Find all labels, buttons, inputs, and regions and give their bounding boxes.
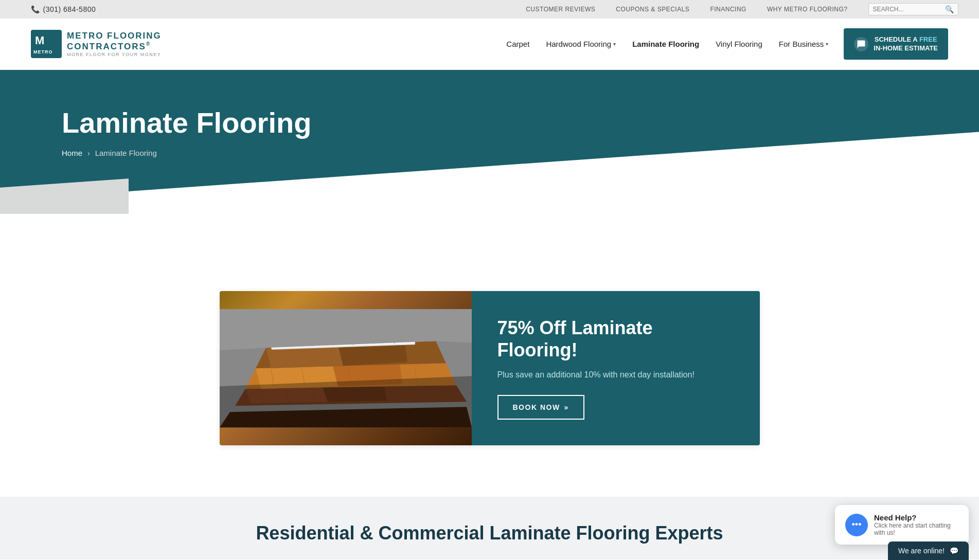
page-title: Laminate Flooring [62, 106, 979, 139]
chat-subtitle: Click here and start chatting with us! [874, 522, 958, 536]
book-now-label: BOOK NOW [513, 403, 560, 411]
svg-text:M: M [35, 34, 44, 47]
online-icon: 💬 [950, 547, 958, 555]
nav-hardwood-label: Hardwood Flooring [546, 40, 611, 48]
business-chevron-down-icon: ▾ [826, 41, 828, 47]
logo-icon: M METRO [31, 30, 62, 58]
spacer-2 [0, 466, 979, 497]
schedule-btn-text: SCHEDULE A FREE IN-HOME ESTIMATE [874, 35, 938, 53]
phone-number[interactable]: (301) 684-5800 [43, 5, 96, 13]
spacer [0, 214, 979, 260]
search-box[interactable]: 🔍 [868, 3, 959, 15]
promo-text-area: 75% Off Laminate Flooring! Plus save an … [472, 291, 760, 445]
schedule-chat-icon [854, 37, 868, 51]
breadcrumb-home[interactable]: Home [62, 149, 82, 157]
grey-accent-decoration [0, 178, 129, 214]
financing-link[interactable]: FINANCING [710, 6, 746, 13]
coupons-specials-link[interactable]: COUPONS & SPECIALS [616, 6, 689, 13]
customer-reviews-link[interactable]: CUSTOMER REVIEWS [526, 6, 595, 13]
we-are-online-bar[interactable]: We are online! 💬 [888, 541, 969, 559]
header: M METRO METRO FLOORING CONTRACTORS® MORE… [0, 19, 979, 70]
nav-business[interactable]: For Business ▾ [779, 40, 829, 48]
why-metro-link[interactable]: WHY METRO FLOORING? [767, 6, 848, 13]
logo-area: M METRO METRO FLOORING CONTRACTORS® MORE… [31, 30, 162, 58]
nav-carpet[interactable]: Carpet [506, 40, 529, 48]
trademark: ® [146, 41, 151, 47]
logo-text: METRO FLOORING CONTRACTORS® MORE FLOOR F… [67, 31, 162, 58]
chat-bubble-icon: ••• [845, 514, 868, 536]
cta-line1: SCHEDULE A [875, 35, 918, 43]
nav-laminate[interactable]: Laminate Flooring [632, 40, 699, 48]
search-input[interactable] [873, 6, 945, 13]
promo-image [220, 291, 472, 445]
logo-brand2: CONTRACTORS® [67, 41, 162, 52]
cta-free: FREE [919, 35, 937, 43]
top-bar: 📞 (301) 684-5800 CUSTOMER REVIEWS COUPON… [0, 0, 979, 19]
breadcrumb-separator: › [87, 149, 90, 157]
bottom-section-title: Residential & Commercial Laminate Floori… [62, 522, 917, 544]
hardwood-chevron-down-icon: ▾ [613, 41, 616, 47]
book-now-button[interactable]: BOOK NOW » [497, 395, 584, 420]
content-section: 75% Off Laminate Flooring! Plus save an … [0, 260, 979, 466]
schedule-estimate-button[interactable]: SCHEDULE A FREE IN-HOME ESTIMATE [844, 28, 948, 60]
hero-banner: Laminate Flooring Home › Laminate Floori… [0, 70, 979, 214]
nav-vinyl[interactable]: Vinyl Flooring [716, 40, 762, 48]
svg-text:METRO: METRO [33, 49, 53, 55]
promo-subtitle: Plus save an additional 10% with next da… [497, 370, 734, 380]
logo-tagline: MORE FLOOR FOR YOUR MONEY [67, 52, 162, 57]
chat-need-help: Need Help? [874, 513, 958, 522]
promo-banner: 75% Off Laminate Flooring! Plus save an … [220, 291, 760, 445]
breadcrumb: Home › Laminate Flooring [62, 149, 979, 157]
phone-icon: 📞 [31, 5, 40, 13]
main-nav: Carpet Hardwood Flooring ▾ Laminate Floo… [506, 40, 828, 48]
logo[interactable]: M METRO METRO FLOORING CONTRACTORS® MORE… [31, 30, 162, 58]
logo-brand: METRO FLOORING [67, 31, 162, 41]
nav-business-label: For Business [779, 40, 824, 48]
breadcrumb-current: Laminate Flooring [95, 149, 157, 157]
chat-dots-icon: ••• [852, 519, 862, 530]
nav-hardwood[interactable]: Hardwood Flooring ▾ [546, 40, 616, 48]
chat-widget[interactable]: ••• Need Help? Click here and start chat… [835, 505, 969, 545]
logo-brand2-text: CONTRACTORS [67, 41, 146, 51]
top-nav: CUSTOMER REVIEWS COUPONS & SPECIALS FINA… [526, 6, 847, 13]
online-label: We are online! [898, 547, 945, 555]
bottom-section: Residential & Commercial Laminate Floori… [0, 497, 979, 559]
chat-text: Need Help? Click here and start chatting… [874, 513, 958, 536]
search-icon[interactable]: 🔍 [945, 5, 954, 13]
book-now-arrows: » [564, 403, 569, 411]
promo-title: 75% Off Laminate Flooring! [497, 317, 734, 361]
flooring-illustration [220, 291, 472, 445]
cta-line2: IN-HOME ESTIMATE [874, 44, 938, 52]
phone-section: 📞 (301) 684-5800 [31, 5, 96, 13]
